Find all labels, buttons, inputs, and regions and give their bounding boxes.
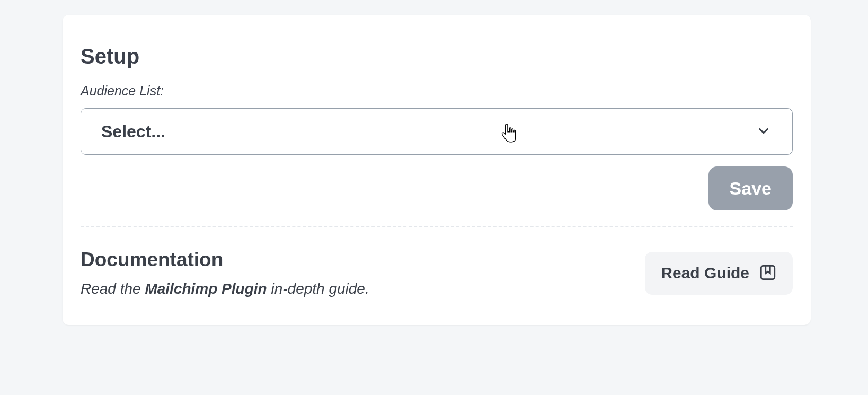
documentation-section: Documentation Read the Mailchimp Plugin … — [81, 249, 793, 297]
audience-list-label: Audience List: — [81, 83, 793, 99]
chevron-down-icon — [756, 123, 771, 140]
setup-title: Setup — [81, 45, 793, 68]
read-guide-label: Read Guide — [661, 264, 749, 282]
documentation-left: Documentation Read the Mailchimp Plugin … — [81, 249, 629, 297]
read-guide-button[interactable]: Read Guide — [645, 252, 793, 295]
section-divider — [81, 226, 793, 227]
select-placeholder: Select... — [101, 122, 165, 142]
doc-text-bold: Mailchimp Plugin — [145, 280, 267, 297]
documentation-text: Read the Mailchimp Plugin in-depth guide… — [81, 280, 629, 297]
doc-text-suffix: in-depth guide. — [267, 280, 369, 297]
bookmark-icon — [759, 264, 777, 283]
doc-text-prefix: Read the — [81, 280, 145, 297]
save-button[interactable]: Save — [708, 166, 793, 210]
audience-list-select[interactable]: Select... — [81, 108, 793, 155]
documentation-title: Documentation — [81, 249, 629, 271]
save-row: Save — [81, 166, 793, 210]
setup-card: Setup Audience List: Select... Save Docu… — [63, 15, 811, 325]
